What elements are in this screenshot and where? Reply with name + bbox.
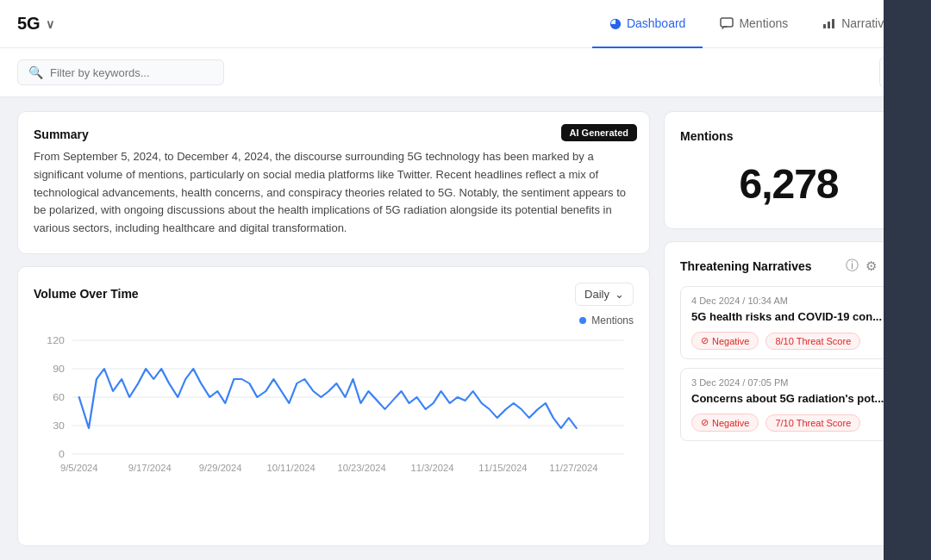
narratives-icon bbox=[822, 16, 836, 31]
svg-text:60: 60 bbox=[53, 392, 65, 402]
svg-text:11/15/2024: 11/15/2024 bbox=[478, 464, 527, 473]
ai-generated-badge: AI Generated bbox=[561, 124, 637, 141]
narratives-header: Threatening Narratives ⓘ ⚙ → bbox=[680, 258, 897, 274]
mentions-card: Mentions 6,278 bbox=[664, 111, 914, 229]
search-bar: 🔍 bbox=[0, 48, 931, 97]
app-title: 5G ∨ bbox=[17, 14, 54, 34]
threat-score-badge: 8/10 Threat Score bbox=[765, 333, 860, 350]
legend-dot bbox=[579, 317, 586, 324]
daily-selector[interactable]: Daily ⌄ bbox=[575, 283, 634, 306]
negative-icon: ⊘ bbox=[701, 335, 709, 346]
chevron-down-icon: ⌄ bbox=[615, 288, 624, 301]
narrative-headline: 5G health risks and COVID-19 con... bbox=[691, 309, 886, 325]
negative-badge: ⊘ Negative bbox=[691, 414, 759, 432]
mentions-count: 6,278 bbox=[680, 160, 897, 208]
nav-dashboard[interactable]: ◕ Dashboard bbox=[592, 0, 703, 48]
summary-text: From September 5, 2024, to December 4, 2… bbox=[34, 148, 634, 238]
narrative-item[interactable]: 4 Dec 2024 / 10:34 AM 5G health risks an… bbox=[680, 286, 897, 359]
svg-text:120: 120 bbox=[47, 335, 65, 345]
search-input[interactable] bbox=[50, 66, 213, 79]
title-text: 5G bbox=[17, 14, 41, 34]
svg-text:90: 90 bbox=[53, 364, 65, 374]
volume-chart: 120 90 60 30 0 9/5/2024 9/17/2024 9/29/2… bbox=[34, 332, 634, 487]
svg-text:9/29/2024: 9/29/2024 bbox=[199, 464, 242, 473]
volume-header: Volume Over Time Daily ⌄ bbox=[34, 283, 634, 306]
svg-text:9/5/2024: 9/5/2024 bbox=[60, 464, 98, 473]
search-icon: 🔍 bbox=[28, 65, 43, 79]
narrative-date: 4 Dec 2024 / 10:34 AM bbox=[691, 296, 886, 306]
left-column: AI Generated Summary From September 5, 2… bbox=[17, 111, 650, 546]
narrative-headline: Concerns about 5G radiation's pot... bbox=[691, 391, 886, 407]
svg-rect-1 bbox=[823, 24, 826, 28]
svg-text:10/11/2024: 10/11/2024 bbox=[267, 464, 316, 473]
narrative-badges: ⊘ Negative 8/10 Threat Score bbox=[691, 332, 886, 350]
search-input-wrapper[interactable]: 🔍 bbox=[17, 59, 224, 85]
svg-text:10/23/2024: 10/23/2024 bbox=[337, 464, 385, 473]
gear-icon[interactable]: ⚙ bbox=[865, 258, 877, 274]
narratives-title: Threatening Narratives bbox=[680, 259, 839, 273]
daily-label: Daily bbox=[584, 288, 609, 301]
negative-badge: ⊘ Negative bbox=[691, 332, 759, 350]
mentions-title: Mentions bbox=[680, 129, 897, 143]
summary-title: Summary bbox=[34, 128, 634, 141]
narrative-badges: ⊘ Negative 7/10 Threat Score bbox=[691, 414, 886, 432]
svg-text:30: 30 bbox=[53, 420, 65, 431]
svg-rect-2 bbox=[828, 22, 830, 28]
chart-area: 120 90 60 30 0 9/5/2024 9/17/2024 9/29/2… bbox=[34, 332, 634, 487]
volume-card: Volume Over Time Daily ⌄ Mentions bbox=[17, 266, 650, 546]
header: 5G ∨ ◕ Dashboard Mentions bbox=[0, 0, 931, 48]
svg-text:11/3/2024: 11/3/2024 bbox=[411, 464, 454, 473]
info-icon[interactable]: ⓘ bbox=[846, 258, 859, 274]
svg-text:9/17/2024: 9/17/2024 bbox=[128, 464, 172, 473]
mentions-icon bbox=[720, 16, 734, 31]
main-nav: ◕ Dashboard Mentions Narratives bbox=[592, 0, 914, 48]
svg-text:0: 0 bbox=[59, 449, 65, 459]
negative-label: Negative bbox=[712, 418, 749, 428]
narrative-date: 3 Dec 2024 / 07:05 PM bbox=[691, 377, 886, 388]
nav-mentions-label: Mentions bbox=[739, 16, 788, 30]
nav-mentions[interactable]: Mentions bbox=[703, 0, 805, 48]
legend-label: Mentions bbox=[591, 314, 634, 327]
right-column: Mentions 6,278 Threatening Narratives ⓘ … bbox=[664, 111, 914, 546]
volume-title: Volume Over Time bbox=[34, 287, 139, 301]
svg-rect-3 bbox=[832, 19, 834, 28]
svg-rect-0 bbox=[721, 18, 733, 27]
threat-score-badge: 7/10 Threat Score bbox=[765, 414, 860, 432]
svg-text:11/27/2024: 11/27/2024 bbox=[549, 464, 597, 473]
narratives-card: Threatening Narratives ⓘ ⚙ → 4 Dec 2024 … bbox=[664, 241, 914, 546]
summary-card: AI Generated Summary From September 5, 2… bbox=[17, 111, 650, 254]
chart-legend: Mentions bbox=[34, 314, 634, 327]
narrative-item[interactable]: 3 Dec 2024 / 07:05 PM Concerns about 5G … bbox=[680, 368, 897, 441]
title-chevron-icon[interactable]: ∨ bbox=[46, 17, 54, 31]
nav-dashboard-label: Dashboard bbox=[627, 16, 686, 30]
dashboard-icon: ◕ bbox=[609, 15, 622, 31]
negative-icon: ⊘ bbox=[701, 417, 709, 428]
negative-label: Negative bbox=[712, 336, 749, 346]
main-content: AI Generated Summary From September 5, 2… bbox=[0, 97, 931, 560]
